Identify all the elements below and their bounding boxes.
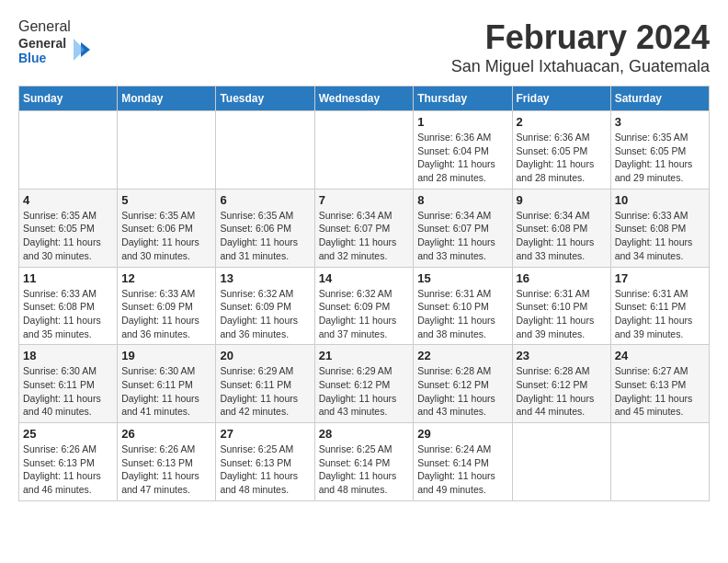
- day-detail: Sunrise: 6:30 AM Sunset: 6:11 PM Dayligh…: [121, 364, 211, 419]
- page-header: General General Blue February 2024 San M…: [18, 18, 710, 76]
- calendar-table: SundayMondayTuesdayWednesdayThursdayFrid…: [18, 86, 710, 501]
- logo-blue-text: General Blue: [18, 55, 92, 71]
- calendar-cell: 6Sunrise: 6:35 AM Sunset: 6:06 PM Daylig…: [216, 189, 314, 267]
- calendar-cell: 11Sunrise: 6:33 AM Sunset: 6:08 PM Dayli…: [19, 267, 118, 345]
- day-number: 25: [23, 427, 113, 441]
- day-number: 27: [220, 427, 310, 441]
- day-detail: Sunrise: 6:35 AM Sunset: 6:05 PM Dayligh…: [615, 131, 705, 185]
- day-detail: Sunrise: 6:33 AM Sunset: 6:08 PM Dayligh…: [23, 287, 113, 341]
- day-number: 8: [417, 193, 507, 207]
- logo-icon: General Blue: [18, 35, 92, 68]
- day-detail: Sunrise: 6:30 AM Sunset: 6:11 PM Dayligh…: [23, 364, 113, 419]
- calendar-cell: [314, 111, 414, 190]
- calendar-cell: 5Sunrise: 6:35 AM Sunset: 6:06 PM Daylig…: [118, 189, 216, 267]
- calendar-cell: 22Sunrise: 6:28 AM Sunset: 6:12 PM Dayli…: [414, 345, 512, 423]
- day-detail: Sunrise: 6:34 AM Sunset: 6:07 PM Dayligh…: [417, 209, 507, 263]
- day-detail: Sunrise: 6:29 AM Sunset: 6:11 PM Dayligh…: [220, 364, 310, 419]
- calendar-cell: 21Sunrise: 6:29 AM Sunset: 6:12 PM Dayli…: [314, 345, 414, 423]
- day-detail: Sunrise: 6:31 AM Sunset: 6:10 PM Dayligh…: [417, 287, 507, 341]
- day-detail: Sunrise: 6:24 AM Sunset: 6:14 PM Dayligh…: [417, 442, 507, 497]
- calendar-cell: 20Sunrise: 6:29 AM Sunset: 6:11 PM Dayli…: [216, 345, 314, 423]
- day-detail: Sunrise: 6:26 AM Sunset: 6:13 PM Dayligh…: [121, 442, 211, 497]
- calendar-header-tuesday: Tuesday: [216, 86, 314, 111]
- day-detail: Sunrise: 6:34 AM Sunset: 6:08 PM Dayligh…: [517, 209, 607, 263]
- calendar-cell: 16Sunrise: 6:31 AM Sunset: 6:10 PM Dayli…: [512, 267, 610, 345]
- calendar-week-row: 18Sunrise: 6:30 AM Sunset: 6:11 PM Dayli…: [19, 345, 710, 423]
- calendar-header-saturday: Saturday: [610, 86, 709, 111]
- day-number: 26: [121, 427, 211, 441]
- day-detail: Sunrise: 6:35 AM Sunset: 6:06 PM Dayligh…: [220, 209, 310, 263]
- calendar-cell: 27Sunrise: 6:25 AM Sunset: 6:13 PM Dayli…: [216, 423, 314, 501]
- day-number: 19: [121, 349, 211, 362]
- calendar-cell: [118, 111, 216, 190]
- day-detail: Sunrise: 6:33 AM Sunset: 6:09 PM Dayligh…: [121, 287, 211, 341]
- day-number: 20: [220, 349, 310, 362]
- calendar-cell: 28Sunrise: 6:25 AM Sunset: 6:14 PM Dayli…: [314, 423, 414, 501]
- calendar-cell: [216, 111, 314, 190]
- day-detail: Sunrise: 6:32 AM Sunset: 6:09 PM Dayligh…: [220, 287, 310, 341]
- day-detail: Sunrise: 6:36 AM Sunset: 6:05 PM Dayligh…: [517, 131, 607, 185]
- day-number: 28: [319, 427, 410, 441]
- calendar-cell: 17Sunrise: 6:31 AM Sunset: 6:11 PM Dayli…: [610, 267, 709, 345]
- day-detail: Sunrise: 6:35 AM Sunset: 6:05 PM Dayligh…: [23, 209, 113, 263]
- calendar-cell: 2Sunrise: 6:36 AM Sunset: 6:05 PM Daylig…: [512, 111, 610, 190]
- logo: General General Blue: [18, 18, 92, 72]
- day-detail: Sunrise: 6:28 AM Sunset: 6:12 PM Dayligh…: [517, 364, 607, 419]
- calendar-cell: 18Sunrise: 6:30 AM Sunset: 6:11 PM Dayli…: [19, 345, 118, 423]
- day-detail: Sunrise: 6:25 AM Sunset: 6:14 PM Dayligh…: [319, 442, 410, 497]
- day-number: 17: [615, 271, 705, 285]
- day-number: 4: [23, 193, 113, 207]
- calendar-cell: 24Sunrise: 6:27 AM Sunset: 6:13 PM Dayli…: [610, 345, 709, 423]
- calendar-header-row: SundayMondayTuesdayWednesdayThursdayFrid…: [19, 86, 710, 111]
- day-number: 21: [319, 349, 410, 362]
- calendar-cell: 7Sunrise: 6:34 AM Sunset: 6:07 PM Daylig…: [314, 189, 414, 267]
- calendar-header-sunday: Sunday: [19, 86, 118, 111]
- day-number: 10: [615, 193, 705, 207]
- calendar-cell: 19Sunrise: 6:30 AM Sunset: 6:11 PM Dayli…: [118, 345, 216, 423]
- calendar-cell: 12Sunrise: 6:33 AM Sunset: 6:09 PM Dayli…: [118, 267, 216, 345]
- calendar-week-row: 11Sunrise: 6:33 AM Sunset: 6:08 PM Dayli…: [19, 267, 710, 345]
- day-detail: Sunrise: 6:26 AM Sunset: 6:13 PM Dayligh…: [23, 442, 113, 497]
- day-number: 18: [23, 349, 113, 362]
- calendar-cell: [512, 423, 610, 501]
- calendar-cell: 13Sunrise: 6:32 AM Sunset: 6:09 PM Dayli…: [216, 267, 314, 345]
- day-number: 24: [615, 349, 705, 362]
- title-block: February 2024 San Miguel Ixtahuacan, Gua…: [451, 18, 710, 76]
- day-detail: Sunrise: 6:34 AM Sunset: 6:07 PM Dayligh…: [319, 209, 410, 263]
- day-detail: Sunrise: 6:25 AM Sunset: 6:13 PM Dayligh…: [220, 442, 310, 497]
- calendar-cell: 26Sunrise: 6:26 AM Sunset: 6:13 PM Dayli…: [118, 423, 216, 501]
- calendar-cell: 23Sunrise: 6:28 AM Sunset: 6:12 PM Dayli…: [512, 345, 610, 423]
- calendar-cell: [19, 111, 118, 190]
- day-number: 16: [517, 271, 607, 285]
- calendar-week-row: 4Sunrise: 6:35 AM Sunset: 6:05 PM Daylig…: [19, 189, 710, 267]
- day-number: 11: [23, 271, 113, 285]
- day-number: 1: [417, 115, 507, 129]
- day-number: 9: [517, 193, 607, 207]
- calendar-cell: 4Sunrise: 6:35 AM Sunset: 6:05 PM Daylig…: [19, 189, 118, 267]
- day-number: 5: [121, 193, 211, 207]
- logo-general-text: General: [18, 18, 71, 34]
- calendar-header-friday: Friday: [512, 86, 610, 111]
- day-detail: Sunrise: 6:27 AM Sunset: 6:13 PM Dayligh…: [615, 364, 705, 419]
- calendar-cell: 8Sunrise: 6:34 AM Sunset: 6:07 PM Daylig…: [414, 189, 512, 267]
- day-number: 15: [417, 271, 507, 285]
- calendar-cell: 1Sunrise: 6:36 AM Sunset: 6:04 PM Daylig…: [414, 111, 512, 190]
- day-number: 2: [517, 115, 607, 129]
- calendar-cell: 9Sunrise: 6:34 AM Sunset: 6:08 PM Daylig…: [512, 189, 610, 267]
- calendar-header-monday: Monday: [118, 86, 216, 111]
- calendar-header-wednesday: Wednesday: [314, 86, 414, 111]
- calendar-cell: 3Sunrise: 6:35 AM Sunset: 6:05 PM Daylig…: [610, 111, 709, 190]
- day-detail: Sunrise: 6:29 AM Sunset: 6:12 PM Dayligh…: [319, 364, 410, 419]
- day-detail: Sunrise: 6:28 AM Sunset: 6:12 PM Dayligh…: [417, 364, 507, 419]
- calendar-cell: 10Sunrise: 6:33 AM Sunset: 6:08 PM Dayli…: [610, 189, 709, 267]
- calendar-cell: [610, 423, 709, 501]
- calendar-cell: 29Sunrise: 6:24 AM Sunset: 6:14 PM Dayli…: [414, 423, 512, 501]
- day-detail: Sunrise: 6:35 AM Sunset: 6:06 PM Dayligh…: [121, 209, 211, 263]
- day-number: 14: [319, 271, 410, 285]
- day-number: 23: [517, 349, 607, 362]
- day-number: 3: [615, 115, 705, 129]
- day-detail: Sunrise: 6:36 AM Sunset: 6:04 PM Dayligh…: [417, 131, 507, 185]
- svg-text:Blue: Blue: [18, 51, 47, 65]
- svg-marker-3: [74, 39, 85, 61]
- calendar-header-thursday: Thursday: [414, 86, 512, 111]
